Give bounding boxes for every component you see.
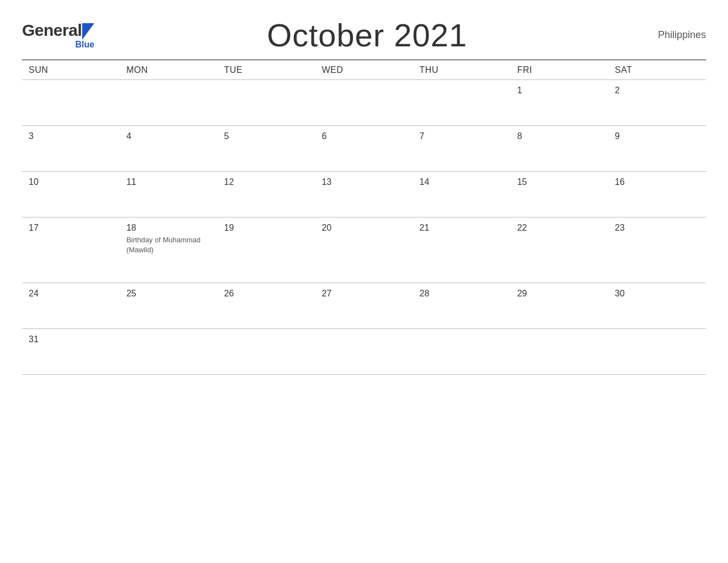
calendar-cell: 2 bbox=[608, 80, 706, 126]
day-number: 3 bbox=[29, 131, 113, 141]
calendar-cell: 5 bbox=[217, 126, 315, 172]
calendar-cell: 3 bbox=[22, 126, 120, 172]
calendar-cell: 23 bbox=[608, 217, 706, 283]
day-number: 14 bbox=[420, 177, 504, 187]
calendar-cell: 24 bbox=[22, 283, 120, 329]
day-number: 21 bbox=[420, 223, 504, 233]
calendar-cell bbox=[217, 80, 315, 126]
calendar-cell: 16 bbox=[608, 172, 706, 217]
day-number: 25 bbox=[126, 289, 211, 299]
calendar-cell: 7 bbox=[413, 126, 511, 172]
calendar-cell: 17 bbox=[22, 217, 120, 283]
day-number: 20 bbox=[322, 223, 406, 233]
calendar-cell bbox=[120, 329, 217, 375]
day-number: 9 bbox=[615, 131, 699, 141]
country-label: Philippines bbox=[640, 29, 706, 41]
calendar-cell: 20 bbox=[315, 217, 413, 283]
calendar-cell bbox=[315, 329, 413, 375]
calendar-cell bbox=[413, 80, 511, 126]
calendar-cell: 10 bbox=[22, 172, 120, 217]
day-number: 22 bbox=[517, 223, 602, 233]
calendar-cell: 8 bbox=[511, 126, 608, 172]
day-header-sat: SAT bbox=[608, 61, 706, 80]
day-number: 16 bbox=[615, 177, 699, 187]
calendar-cell bbox=[22, 80, 120, 126]
day-number: 6 bbox=[322, 131, 406, 141]
calendar-cell: 27 bbox=[315, 283, 413, 329]
day-number: 1 bbox=[517, 86, 602, 95]
calendar-cell: 29 bbox=[511, 283, 608, 329]
calendar-cell: 28 bbox=[413, 283, 511, 329]
day-number: 19 bbox=[224, 223, 308, 233]
svg-marker-0 bbox=[82, 23, 94, 40]
calendar-header-row: SUNMONTUEWEDTHUFRISAT bbox=[22, 61, 706, 80]
day-number: 13 bbox=[322, 177, 406, 187]
day-header-fri: FRI bbox=[511, 61, 608, 80]
calendar-cell: 6 bbox=[315, 126, 413, 172]
day-number: 8 bbox=[517, 131, 602, 141]
calendar-week-row: 3456789 bbox=[22, 126, 706, 172]
calendar-cell: 11 bbox=[120, 172, 217, 217]
holiday-label: Birthday of Muhammad (Mawlid) bbox=[126, 235, 211, 255]
calendar-cell bbox=[413, 329, 511, 375]
day-header-sun: SUN bbox=[22, 61, 120, 80]
calendar-cell: 1 bbox=[511, 80, 608, 126]
calendar-cell: 19 bbox=[217, 217, 315, 283]
calendar-table: SUNMONTUEWEDTHUFRISAT 123456789101112131… bbox=[22, 60, 706, 375]
calendar-cell: 4 bbox=[120, 126, 217, 172]
calendar-cell: 18Birthday of Muhammad (Mawlid) bbox=[120, 217, 217, 283]
calendar-week-row: 10111213141516 bbox=[22, 172, 706, 217]
day-number: 23 bbox=[615, 223, 699, 233]
calendar-cell: 13 bbox=[315, 172, 413, 217]
day-number: 27 bbox=[322, 289, 406, 299]
day-number: 7 bbox=[420, 131, 504, 141]
calendar-cell: 31 bbox=[22, 329, 120, 375]
day-number: 26 bbox=[224, 289, 308, 299]
logo-blue-text: Blue bbox=[76, 40, 95, 50]
day-number: 4 bbox=[126, 131, 211, 141]
calendar-cell: 26 bbox=[217, 283, 315, 329]
calendar-cell: 12 bbox=[217, 172, 315, 217]
calendar-cell bbox=[315, 80, 413, 126]
calendar-cell: 21 bbox=[413, 217, 511, 283]
logo-general-text: General bbox=[22, 21, 82, 40]
calendar-week-row: 31 bbox=[22, 329, 706, 375]
calendar-cell bbox=[608, 329, 706, 375]
day-number: 12 bbox=[224, 177, 308, 187]
calendar-cell: 30 bbox=[608, 283, 706, 329]
calendar-cell bbox=[511, 329, 608, 375]
day-number: 17 bbox=[29, 223, 113, 233]
day-number: 28 bbox=[420, 289, 504, 299]
day-number: 11 bbox=[126, 177, 211, 187]
day-number: 29 bbox=[517, 289, 602, 299]
day-header-wed: WED bbox=[315, 61, 413, 80]
calendar-cell bbox=[120, 80, 217, 126]
logo-arrow-icon bbox=[82, 23, 94, 40]
day-number: 24 bbox=[29, 289, 113, 299]
day-header-tue: TUE bbox=[217, 61, 315, 80]
logo: General Blue bbox=[22, 21, 94, 50]
month-title: October 2021 bbox=[94, 17, 640, 54]
day-number: 31 bbox=[29, 334, 113, 344]
day-number: 5 bbox=[224, 131, 308, 141]
day-number: 10 bbox=[29, 177, 113, 187]
calendar-cell: 25 bbox=[120, 283, 217, 329]
calendar-header: General Blue October 2021 Philippines bbox=[22, 17, 706, 60]
calendar-week-row: 24252627282930 bbox=[22, 283, 706, 329]
calendar-cell: 22 bbox=[511, 217, 608, 283]
calendar-cell bbox=[217, 329, 315, 375]
calendar-cell: 14 bbox=[413, 172, 511, 217]
day-number: 18 bbox=[126, 223, 211, 233]
day-number: 15 bbox=[517, 177, 602, 187]
calendar-cell: 15 bbox=[511, 172, 608, 217]
calendar-week-row: 1718Birthday of Muhammad (Mawlid)1920212… bbox=[22, 217, 706, 283]
calendar-cell: 9 bbox=[608, 126, 706, 172]
calendar-week-row: 12 bbox=[22, 80, 706, 126]
day-header-mon: MON bbox=[120, 61, 217, 80]
day-header-thu: THU bbox=[413, 61, 511, 80]
day-number: 2 bbox=[615, 86, 699, 95]
day-number: 30 bbox=[615, 289, 699, 299]
